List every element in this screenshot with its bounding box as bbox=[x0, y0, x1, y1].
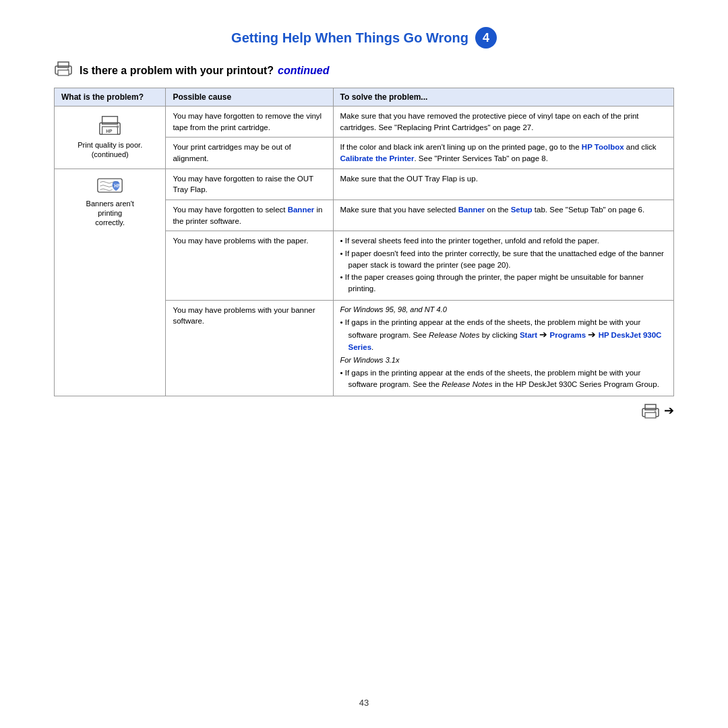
solution-cell-5: If several sheets feed into the printer … bbox=[333, 231, 673, 300]
cause-cell-1: You may have forgotten to remove the vin… bbox=[166, 107, 333, 138]
svg-point-7 bbox=[117, 125, 119, 128]
cause-cell-2: Your print cartridges may be out of alig… bbox=[166, 138, 333, 169]
svg-rect-12 bbox=[645, 404, 656, 410]
page-header: Getting Help When Things Go Wrong 4 bbox=[54, 27, 674, 49]
solution-cell-3: Make sure that the OUT Tray Flap is up. bbox=[333, 169, 673, 200]
table-row: HP Banners aren'tprintingcorrectly. You … bbox=[55, 169, 674, 200]
problem-table: What is the problem? Possible cause To s… bbox=[54, 88, 674, 396]
svg-point-3 bbox=[67, 69, 69, 71]
cause-cell-5: You may have problems with the paper. bbox=[166, 231, 333, 300]
page-number: 43 bbox=[54, 698, 674, 708]
solution-cell-6: For Windows 95, 98, and NT 4.0 If gaps i… bbox=[333, 300, 673, 396]
col-header-cause: Possible cause bbox=[166, 88, 333, 107]
chapter-badge: 4 bbox=[475, 27, 497, 49]
section-title-text: Is there a problem with your printout? bbox=[80, 65, 274, 77]
next-arrow-icon: ➔ bbox=[664, 403, 674, 419]
solution-cell-4: Make sure that you have selected Banner … bbox=[333, 200, 673, 231]
section-title: Is there a problem with your printout? c… bbox=[54, 61, 674, 81]
solution-cell-1: Make sure that you have removed the prot… bbox=[333, 107, 673, 138]
problem-cell-quality: HP Print quality is poor.(continued) bbox=[55, 107, 166, 169]
table-row: HP Print quality is poor.(continued) You… bbox=[55, 107, 674, 138]
cause-cell-3: You may have forgotten to raise the OUT … bbox=[166, 169, 333, 200]
col-header-problem: What is the problem? bbox=[55, 88, 166, 107]
cause-cell-6: You may have problems with your banner s… bbox=[166, 300, 333, 396]
footer-icons: ➔ bbox=[54, 403, 674, 419]
svg-rect-13 bbox=[645, 413, 656, 418]
section-title-italic: continued bbox=[278, 65, 329, 77]
svg-rect-1 bbox=[58, 62, 69, 67]
cause-cell-4: You may have forgotten to select Banner … bbox=[166, 200, 333, 231]
problem-cell-banners: HP Banners aren'tprintingcorrectly. bbox=[55, 169, 166, 396]
svg-text:HP: HP bbox=[107, 129, 113, 133]
svg-text:HP: HP bbox=[115, 183, 121, 188]
col-header-solution: To solve the problem... bbox=[333, 88, 673, 107]
svg-rect-2 bbox=[58, 70, 69, 75]
chapter-title: Getting Help When Things Go Wrong bbox=[231, 30, 468, 46]
svg-point-14 bbox=[655, 411, 657, 413]
solution-cell-2: If the color and black ink aren't lining… bbox=[333, 138, 673, 169]
section-icon bbox=[54, 61, 73, 81]
